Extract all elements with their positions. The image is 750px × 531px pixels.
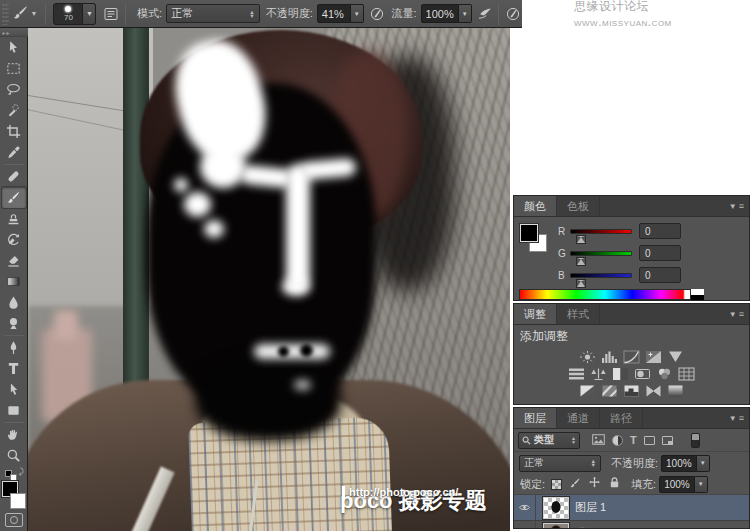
swap-colors-icon[interactable]: ⤸	[19, 467, 24, 477]
spectrum-bw-cells[interactable]	[691, 289, 704, 301]
lasso-tool[interactable]	[2, 79, 26, 100]
flow-value[interactable]: 100%	[421, 4, 459, 23]
blend-mode-dropdown[interactable]: 正常 ▲▼	[166, 4, 260, 23]
crop-tool[interactable]	[2, 121, 26, 142]
tab-adjustments[interactable]: 调整	[514, 304, 557, 324]
layer-opacity-control[interactable]: 100% ▼	[661, 455, 710, 472]
levels-icon[interactable]	[601, 350, 618, 364]
current-tool-button[interactable]: ▼	[9, 2, 41, 25]
opacity-value[interactable]: 41%	[317, 4, 351, 23]
smart-object-filter-icon[interactable]	[662, 436, 673, 445]
threshold-icon[interactable]	[623, 384, 640, 398]
spot-healing-brush-tool[interactable]	[2, 166, 26, 187]
lock-image-pixels-icon[interactable]	[569, 475, 581, 493]
eyedropper-tool[interactable]	[2, 142, 26, 163]
gradient-map-icon[interactable]	[645, 384, 662, 398]
gradient-tool[interactable]	[2, 271, 26, 292]
airbrush-icon[interactable]	[476, 4, 494, 23]
layer-thumbnail[interactable]	[543, 497, 569, 519]
pen-tool[interactable]	[2, 337, 26, 358]
history-brush-tool[interactable]	[2, 229, 26, 250]
blue-slider[interactable]	[570, 273, 632, 278]
color-balance-icon[interactable]	[590, 367, 607, 381]
hue-saturation-icon[interactable]	[568, 367, 585, 381]
tab-layers[interactable]: 图层	[514, 408, 557, 428]
channel-mixer-icon[interactable]	[656, 367, 673, 381]
layer-blend-mode-dropdown[interactable]: 正常 ▲▼	[519, 455, 601, 472]
visibility-toggle[interactable]	[514, 495, 536, 520]
rectangular-marquee-tool[interactable]	[2, 58, 26, 79]
opacity-control[interactable]: 41% ▼	[317, 4, 364, 23]
green-slider[interactable]	[570, 251, 632, 256]
layer-opacity-value[interactable]: 100%	[661, 455, 697, 472]
blue-slider-thumb[interactable]	[577, 280, 585, 287]
panel-menu-icon[interactable]: ▼≡	[729, 304, 749, 324]
panel-menu-icon[interactable]: ▼≡	[729, 408, 749, 428]
green-slider-thumb[interactable]	[577, 258, 585, 265]
pixel-layer-filter-icon[interactable]	[592, 431, 605, 449]
exposure-icon[interactable]	[645, 350, 662, 364]
tablet-pressure-size-icon[interactable]	[504, 4, 522, 23]
black-white-icon[interactable]	[612, 367, 629, 381]
brush-tool[interactable]	[2, 187, 26, 208]
layer-fill-value[interactable]: 100%	[659, 476, 695, 493]
options-bar-grip[interactable]	[2, 3, 9, 25]
posterize-icon[interactable]	[601, 384, 618, 398]
document-canvas[interactable]: poco 摄影专题 http://photo.poco.cn/	[28, 28, 510, 531]
background-color-swatch[interactable]	[10, 493, 26, 509]
red-slider-thumb[interactable]	[577, 236, 585, 243]
layer-fill-arrow[interactable]: ▼	[695, 476, 708, 493]
red-slider[interactable]	[570, 229, 632, 234]
tab-channels[interactable]: 通道	[557, 408, 600, 428]
filter-type-dropdown[interactable]: 类型 ▲▼	[518, 432, 580, 449]
tablet-pressure-opacity-icon[interactable]	[368, 4, 386, 23]
layer-name[interactable]: 图层 1	[575, 500, 606, 515]
color-spectrum-ramp[interactable]	[519, 289, 691, 300]
visibility-toggle[interactable]	[514, 521, 536, 529]
dodge-tool[interactable]	[2, 313, 26, 334]
move-tool[interactable]	[2, 37, 26, 58]
clone-stamp-tool[interactable]	[2, 208, 26, 229]
toggle-brush-panel-button[interactable]	[102, 4, 120, 23]
zoom-tool[interactable]	[2, 445, 26, 466]
layer-thumbnail[interactable]	[543, 523, 569, 530]
vibrance-icon[interactable]	[667, 350, 684, 364]
toolbox-header[interactable]: ▸▸	[0, 28, 28, 37]
layer-row-background[interactable]: 背景	[514, 521, 749, 529]
horizontal-type-tool[interactable]	[2, 358, 26, 379]
tab-color[interactable]: 颜色	[514, 196, 557, 216]
blur-tool[interactable]	[2, 292, 26, 313]
type-layer-filter-icon[interactable]: T	[630, 435, 637, 446]
quick-mask-button[interactable]	[5, 513, 23, 527]
panel-menu-icon[interactable]: ▼≡	[729, 196, 749, 216]
layer-filter-toggle[interactable]	[691, 433, 700, 448]
panel-foreground-swatch[interactable]	[520, 224, 538, 242]
tab-swatches[interactable]: 色板	[557, 196, 600, 216]
default-swap-colors-icons[interactable]: ⤸	[4, 468, 24, 480]
tab-styles[interactable]: 样式	[557, 304, 600, 324]
brush-preset-arrow[interactable]: ▼	[83, 3, 96, 25]
flow-dropdown-arrow[interactable]: ▼	[459, 4, 472, 23]
shape-layer-filter-icon[interactable]	[644, 436, 655, 445]
lock-transparent-pixels-icon[interactable]	[551, 479, 562, 490]
layer-name[interactable]: 背景	[575, 526, 597, 529]
selective-color-icon[interactable]	[667, 384, 684, 398]
opacity-dropdown-arrow[interactable]: ▼	[351, 4, 364, 23]
flow-control[interactable]: 100% ▼	[421, 4, 472, 23]
rectangle-shape-tool[interactable]	[2, 400, 26, 421]
quick-selection-tool[interactable]	[2, 100, 26, 121]
invert-icon[interactable]	[579, 384, 596, 398]
adjustment-layer-filter-icon[interactable]	[612, 435, 623, 446]
blue-value-field[interactable]: 0	[639, 267, 681, 283]
eraser-tool[interactable]	[2, 250, 26, 271]
path-selection-tool[interactable]	[2, 379, 26, 400]
red-value-field[interactable]: 0	[639, 223, 681, 239]
layer-opacity-arrow[interactable]: ▼	[697, 455, 710, 472]
photo-filter-icon[interactable]	[634, 367, 651, 381]
lock-all-icon[interactable]	[608, 475, 621, 493]
brush-preset-picker[interactable]: 70 ▼	[53, 3, 96, 25]
hand-tool[interactable]	[2, 424, 26, 445]
curves-icon[interactable]	[623, 350, 640, 364]
green-value-field[interactable]: 0	[639, 245, 681, 261]
layer-row-layer1[interactable]: 图层 1	[514, 495, 749, 521]
